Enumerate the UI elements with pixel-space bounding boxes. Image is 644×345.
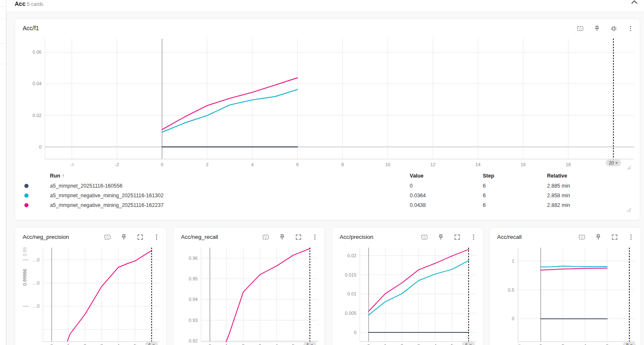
svg-text:0.93: 0.93: [189, 318, 198, 323]
svg-text:0.96: 0.96: [189, 256, 198, 261]
svg-text:8: 8: [341, 162, 344, 167]
svg-text:0.02: 0.02: [33, 113, 42, 118]
svg-text:0.01: 0.01: [348, 291, 356, 296]
svg-text:2: 2: [242, 343, 244, 345]
svg-text:4: 4: [275, 343, 278, 345]
svg-text:6: 6: [296, 162, 298, 167]
svg-text:20 ×: 20 ×: [609, 160, 618, 165]
rail-divider: [0, 64, 6, 64]
panel-acc-neg-precision: Acc/neg_precision: [15, 227, 167, 345]
svg-text:12: 12: [430, 162, 435, 167]
rail-divider: [0, 19, 6, 19]
svg-text:6 ×: 6 ×: [148, 342, 155, 345]
svg-text:0.92: 0.92: [189, 338, 198, 343]
svg-text:4: 4: [117, 343, 120, 345]
rail-divider: [0, 6, 6, 7]
svg-text:…0: …0: [32, 303, 39, 308]
rail-divider: [0, 43, 6, 44]
svg-text:0.04: 0.04: [33, 81, 42, 86]
svg-text:2: 2: [84, 343, 86, 345]
svg-text:2: 2: [401, 343, 403, 345]
section-card-count: 5 cards: [27, 1, 43, 7]
svg-text:1: 1: [384, 343, 387, 345]
svg-text:3: 3: [100, 343, 103, 345]
svg-text:0.5: 0.5: [508, 288, 514, 293]
svg-text:2: 2: [206, 162, 208, 167]
section-header: Acc 5 cards: [6, 0, 644, 12]
panel-acc-recall: Acc/recall: [489, 227, 641, 345]
svg-text:6 ×: 6 ×: [306, 342, 313, 345]
svg-text:-2: -2: [115, 162, 119, 167]
svg-text:0.99986: 0.99986: [22, 269, 27, 286]
chevron-up-icon[interactable]: [629, 0, 639, 8]
svg-text:0.94: 0.94: [189, 297, 198, 302]
chart-canvas-np[interactable]: …0…0…00123450.990.999866 ×: [15, 227, 166, 345]
svg-text:8 ×: 8 ×: [626, 342, 633, 345]
svg-text:-2: -2: [516, 343, 521, 345]
svg-text:0: 0: [539, 343, 542, 345]
svg-text:6: 6: [606, 343, 608, 345]
zoom-reset-badge[interactable]: 6 ×: [145, 342, 158, 345]
svg-text:-4: -4: [70, 162, 74, 167]
svg-text:1: 1: [512, 259, 514, 264]
svg-text:0.99: 0.99: [22, 247, 27, 256]
svg-text:…0: …0: [32, 280, 39, 285]
svg-text:0: 0: [354, 330, 356, 335]
zoom-reset-badge[interactable]: 20 ×: [606, 159, 621, 167]
chart-canvas-rc[interactable]: 10.50-202468 ×: [490, 227, 641, 345]
zoom-reset-badge[interactable]: 6 ×: [304, 342, 317, 345]
left-rail: [0, 0, 6, 345]
svg-text:2: 2: [562, 343, 564, 345]
chart-canvas-pr[interactable]: 0.020.0150.010.00500123456 ×: [332, 227, 483, 345]
svg-text:6 ×: 6 ×: [465, 342, 472, 345]
svg-text:5: 5: [450, 343, 453, 345]
panel-acc-precision: Acc/precision: [332, 227, 484, 345]
svg-text:1: 1: [225, 343, 228, 345]
wandb-workspace-section: Acc 5 cards Acc/f1: [0, 0, 644, 345]
svg-text:14: 14: [475, 162, 480, 167]
svg-text:0: 0: [512, 316, 514, 321]
svg-text:…0: …0: [32, 257, 39, 262]
svg-text:0: 0: [50, 343, 53, 345]
svg-text:18: 18: [565, 162, 571, 167]
svg-text:0: 0: [209, 343, 211, 345]
svg-text:0: 0: [367, 343, 370, 345]
svg-text:10: 10: [385, 162, 390, 167]
panel-grid-section: Acc/f1: [6, 12, 644, 345]
panel-acc-neg-recall: Acc/neg_recall: [173, 227, 325, 345]
svg-text:1: 1: [67, 343, 70, 345]
svg-text:4: 4: [584, 343, 586, 345]
svg-text:16: 16: [521, 162, 526, 167]
panel-acc-f1: Acc/f1: [15, 18, 640, 220]
svg-text:0.02: 0.02: [348, 253, 356, 258]
zoom-reset-badge[interactable]: 8 ×: [623, 342, 636, 345]
svg-text:5: 5: [134, 343, 136, 345]
chart-canvas-f1[interactable]: 00.020.040.06-4-202468101214161820 ×: [15, 19, 640, 220]
svg-text:0.95: 0.95: [189, 276, 198, 281]
svg-text:0.06: 0.06: [33, 50, 42, 55]
svg-text:0.015: 0.015: [345, 272, 356, 277]
svg-text:0: 0: [161, 162, 163, 167]
svg-text:4: 4: [251, 162, 254, 167]
zoom-reset-badge[interactable]: 6 ×: [462, 342, 475, 345]
section-title: Acc: [15, 0, 26, 7]
chart-canvas-nr[interactable]: 0.960.950.940.930.920123456 ×: [173, 227, 325, 345]
svg-text:4: 4: [434, 343, 437, 345]
svg-text:3: 3: [259, 343, 261, 345]
svg-text:5: 5: [292, 343, 294, 345]
svg-text:0.005: 0.005: [345, 311, 356, 316]
svg-text:3: 3: [417, 343, 420, 345]
svg-text:0: 0: [39, 144, 42, 149]
